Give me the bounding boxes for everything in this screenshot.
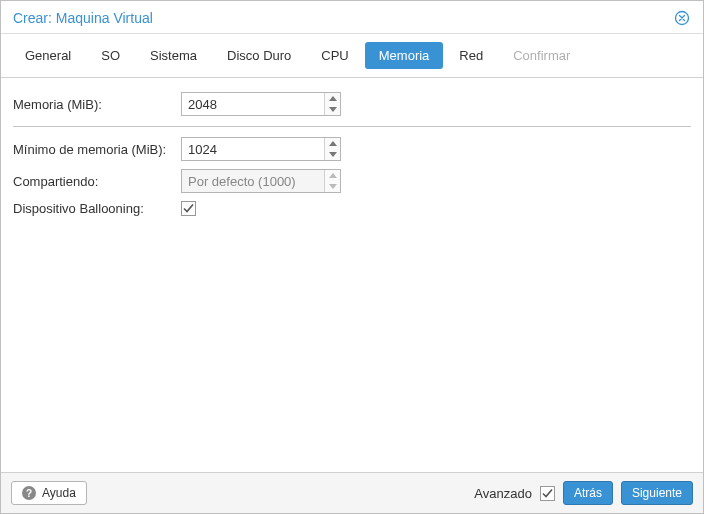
footer-right: Avanzado Atrás Siguiente xyxy=(474,481,693,505)
content-area: Memoria (MiB): Mínimo de memoria (MiB): xyxy=(1,78,703,472)
chevron-down-icon xyxy=(329,184,337,189)
balloon-checkbox[interactable] xyxy=(181,201,196,216)
minmemory-spinner xyxy=(181,137,341,161)
shares-combo xyxy=(181,169,341,193)
shares-spinner-up[interactable] xyxy=(325,170,340,181)
tab-os[interactable]: SO xyxy=(87,42,134,69)
memory-spinner xyxy=(181,92,341,116)
help-label: Ayuda xyxy=(42,486,76,500)
footer-left: ? Ayuda xyxy=(11,481,87,505)
shares-triggers xyxy=(324,170,340,192)
tab-network[interactable]: Red xyxy=(445,42,497,69)
tab-confirm: Confirmar xyxy=(499,42,584,69)
memory-spinner-up[interactable] xyxy=(325,93,340,104)
chevron-up-icon xyxy=(329,173,337,178)
label-minmemory: Mínimo de memoria (MiB): xyxy=(13,142,181,157)
advanced-label: Avanzado xyxy=(474,486,532,501)
chevron-up-icon xyxy=(329,96,337,101)
minmemory-input[interactable] xyxy=(181,137,341,161)
chevron-down-icon xyxy=(329,152,337,157)
separator xyxy=(13,126,691,127)
next-button[interactable]: Siguiente xyxy=(621,481,693,505)
memory-input[interactable] xyxy=(181,92,341,116)
dialog-title: Crear: Maquina Virtual xyxy=(13,10,153,26)
tab-cpu[interactable]: CPU xyxy=(307,42,362,69)
row-minmemory: Mínimo de memoria (MiB): xyxy=(13,133,691,165)
minmemory-spinner-triggers xyxy=(324,138,340,160)
close-icon xyxy=(674,10,690,26)
memory-spinner-triggers xyxy=(324,93,340,115)
label-shares: Compartiendo: xyxy=(13,174,181,189)
tab-memory[interactable]: Memoria xyxy=(365,42,444,69)
footer: ? Ayuda Avanzado Atrás Siguiente xyxy=(1,472,703,513)
title-bar: Crear: Maquina Virtual xyxy=(1,1,703,34)
row-shares: Compartiendo: xyxy=(13,165,691,197)
dialog-window: Crear: Maquina Virtual General SO Sistem… xyxy=(0,0,704,514)
close-button[interactable] xyxy=(673,9,691,27)
tab-system[interactable]: Sistema xyxy=(136,42,211,69)
check-icon xyxy=(542,488,553,499)
tab-bar: General SO Sistema Disco Duro CPU Memori… xyxy=(1,34,703,78)
label-balloon: Dispositivo Ballooning: xyxy=(13,201,181,216)
shares-input[interactable] xyxy=(181,169,341,193)
check-icon xyxy=(183,203,194,214)
help-button[interactable]: ? Ayuda xyxy=(11,481,87,505)
chevron-down-icon xyxy=(329,107,337,112)
advanced-checkbox[interactable] xyxy=(540,486,555,501)
shares-spinner-down[interactable] xyxy=(325,181,340,192)
memory-spinner-down[interactable] xyxy=(325,104,340,115)
minmemory-spinner-up[interactable] xyxy=(325,138,340,149)
tab-disk[interactable]: Disco Duro xyxy=(213,42,305,69)
tab-general[interactable]: General xyxy=(11,42,85,69)
chevron-up-icon xyxy=(329,141,337,146)
minmemory-spinner-down[interactable] xyxy=(325,149,340,160)
row-balloon: Dispositivo Ballooning: xyxy=(13,197,691,220)
help-icon: ? xyxy=(22,486,36,500)
row-memory: Memoria (MiB): xyxy=(13,88,691,120)
back-button[interactable]: Atrás xyxy=(563,481,613,505)
label-memory: Memoria (MiB): xyxy=(13,97,181,112)
